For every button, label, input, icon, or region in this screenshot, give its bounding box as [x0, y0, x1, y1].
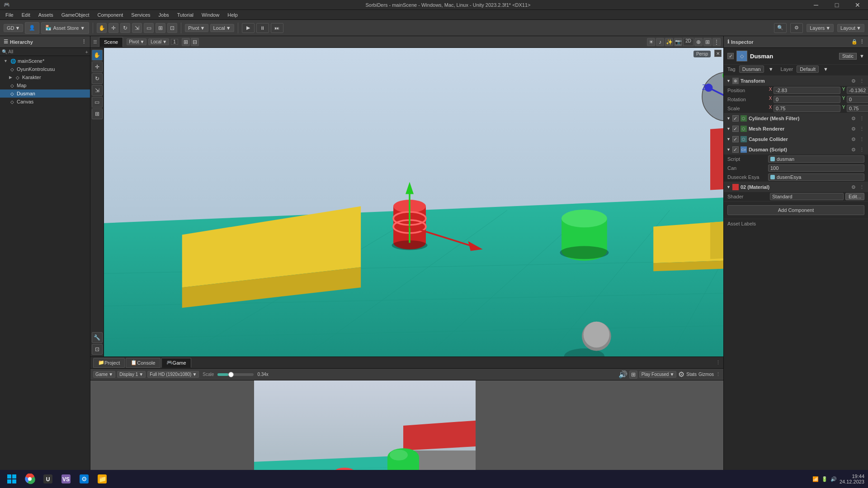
asset-store-button[interactable]: 🏪 Asset Store ▼	[41, 22, 89, 34]
object-active-checkbox[interactable]: ✓	[727, 53, 734, 59]
scene-close-btn[interactable]: ✕	[714, 50, 722, 57]
step-button[interactable]: ⏭	[271, 23, 283, 33]
hierarchy-item-canvas[interactable]: ◇ Canvas	[0, 98, 90, 106]
hierarchy-item-dusman[interactable]: ◇ Dusman	[0, 89, 90, 98]
inspector-lock[interactable]: 🔒	[851, 39, 858, 45]
material-settings[interactable]: ⚙	[850, 183, 857, 191]
taskbar-explorer[interactable]: 📁	[94, 471, 110, 487]
scene-fx-btn[interactable]: ✨	[665, 38, 673, 46]
rot-x-input[interactable]	[774, 96, 840, 103]
layer-value[interactable]: Default	[797, 66, 819, 73]
account-button[interactable]: 👤	[25, 22, 39, 34]
menu-services[interactable]: Services	[127, 11, 154, 19]
transform-header[interactable]: ▼ ⊕ Transform ⚙ ⋮	[724, 76, 868, 86]
taskbar-settings[interactable]: ⚙	[76, 471, 92, 487]
capsule-collider-header[interactable]: ▼ ✓ ⬡ Capsule Collider ⚙ ⋮	[724, 134, 868, 144]
tool-move[interactable]: ✛	[108, 23, 118, 33]
material-header[interactable]: ▼ 02 (Material) ⚙ ⋮	[724, 182, 868, 192]
shader-value[interactable]: Standard	[770, 193, 844, 200]
scale-y-input[interactable]	[847, 105, 868, 112]
mesh-renderer-checkbox[interactable]: ✓	[732, 126, 739, 132]
scene-local-dropdown[interactable]: Local ▼	[148, 38, 169, 45]
maximize-button[interactable]: □	[826, 0, 847, 10]
tool-custom[interactable]: ⊡	[167, 23, 177, 33]
inspector-more[interactable]: ⋮	[859, 39, 864, 45]
menu-window[interactable]: Window	[198, 11, 223, 19]
mesh-filter-header[interactable]: ▼ ✓ ⬡ Cylinder (Mesh Filter) ⚙ ⋮	[724, 113, 868, 123]
hierarchy-item-oyunkontrolcusu[interactable]: ◇ OyunKontrolcusu	[0, 65, 90, 73]
layout-dropdown[interactable]: Layout ▼	[837, 24, 864, 32]
pos-y-input[interactable]	[847, 87, 868, 94]
material-more[interactable]: ⋮	[858, 183, 865, 191]
can-input[interactable]	[768, 164, 864, 172]
mesh-filter-settings[interactable]: ⚙	[850, 115, 857, 122]
tool-hand-btn[interactable]: ✋	[92, 50, 103, 61]
dusecek-esya-value[interactable]: dusenEsya	[768, 174, 864, 181]
tool-all-btn[interactable]: ⊞	[92, 108, 103, 119]
hierarchy-add[interactable]: +	[85, 49, 88, 55]
menu-jobs[interactable]: Jobs	[155, 11, 173, 19]
game-settings-btn[interactable]: ⚙	[678, 370, 684, 379]
pivot-dropdown[interactable]: Pivot ▼	[185, 24, 208, 32]
menu-tutorial[interactable]: Tutorial	[174, 11, 197, 19]
tab-console[interactable]: 📋 Console	[126, 358, 160, 368]
taskbar-vs[interactable]: VS	[58, 471, 74, 487]
tool-rotate[interactable]: ↻	[120, 23, 130, 33]
scene-pivot-dropdown[interactable]: Pivot ▼	[127, 38, 146, 45]
add-component-button[interactable]: Add Component	[727, 205, 864, 215]
pause-button[interactable]: ⏸	[256, 23, 269, 33]
mesh-filter-checkbox[interactable]: ✓	[732, 115, 739, 122]
shader-edit-btn[interactable]: Edit...	[845, 193, 864, 200]
transform-settings[interactable]: ⚙	[850, 77, 857, 84]
resolution-dropdown[interactable]: Full HD (868x488) ▼	[147, 371, 199, 378]
script-value[interactable]: dusman	[768, 155, 864, 163]
static-arrow[interactable]: ▼	[859, 53, 864, 59]
game-mode-dropdown[interactable]: Game ▼	[93, 371, 115, 378]
mesh-renderer-header[interactable]: ▼ ✓ ⬡ Mesh Renderer ⚙ ⋮	[724, 124, 868, 134]
mesh-renderer-settings[interactable]: ⚙	[850, 125, 857, 132]
rot-y-input[interactable]	[847, 96, 868, 103]
local-dropdown[interactable]: Local ▼	[210, 24, 234, 32]
scene-view-btn-2[interactable]: ⊟	[191, 38, 199, 46]
tool-rotate-btn[interactable]: ↻	[92, 73, 103, 84]
game-stats-btn-icon[interactable]: ⊞	[629, 371, 637, 379]
scene-view-btn-1[interactable]: ⊞	[182, 38, 190, 46]
scene-view[interactable]: X Y Z Persp ✕	[104, 48, 723, 357]
taskbar-chrome[interactable]	[22, 471, 38, 487]
scale-x-input[interactable]	[774, 105, 840, 112]
scale-thumb[interactable]	[228, 372, 234, 377]
transform-more[interactable]: ⋮	[858, 77, 865, 84]
pos-x-input[interactable]	[774, 87, 840, 94]
scene-light-btn[interactable]: ☀	[647, 38, 655, 46]
dusman-script-header[interactable]: ▼ ✓ C# Dusman (Script) ⚙ ⋮	[724, 145, 868, 155]
layers-dropdown[interactable]: Layers ▼	[807, 24, 834, 32]
tag-value[interactable]: Dusman	[739, 66, 764, 73]
tool-scale[interactable]: ⇲	[132, 23, 142, 33]
dusman-script-more[interactable]: ⋮	[858, 146, 865, 153]
menu-component[interactable]: Component	[94, 11, 127, 19]
menu-edit[interactable]: Edit	[18, 11, 34, 19]
scene-gizmo-btn[interactable]: ⊕	[694, 38, 703, 46]
scene-more-btn[interactable]: ⋮	[712, 38, 721, 46]
hierarchy-item-map[interactable]: ◇ Map	[0, 81, 90, 89]
taskbar-unity[interactable]: U	[40, 471, 56, 487]
search-button-2[interactable]: ⚙	[790, 23, 803, 33]
scene-grid-btn[interactable]: ⊞	[703, 38, 712, 46]
menu-file[interactable]: File	[2, 11, 17, 19]
display-dropdown[interactable]: Display 1 ▼	[117, 371, 146, 378]
tool-extra-btn[interactable]: ⊡	[92, 344, 103, 355]
hierarchy-item-mainscene[interactable]: ▼ 🌐 mainScene*	[0, 57, 90, 65]
scene-2d-label[interactable]: 2D	[683, 38, 693, 46]
scene-menu-icon[interactable]: ☰	[93, 39, 97, 44]
game-panel-more[interactable]: ⋮	[716, 360, 721, 366]
scene-camera-btn[interactable]: 📷	[674, 38, 682, 46]
capsule-collider-checkbox[interactable]: ✓	[732, 136, 739, 142]
tool-hand[interactable]: ✋	[97, 23, 107, 33]
tool-rect[interactable]: ▭	[144, 23, 154, 33]
game-more-btn[interactable]: ⋮	[716, 371, 721, 377]
play-button[interactable]: ▶	[242, 23, 255, 33]
search-icon-button[interactable]: 🔍	[774, 23, 787, 33]
scene-tab[interactable]: Scene	[99, 37, 123, 47]
tool-move-btn[interactable]: ✛	[92, 61, 103, 72]
menu-gameobject[interactable]: GameObject	[58, 11, 93, 19]
